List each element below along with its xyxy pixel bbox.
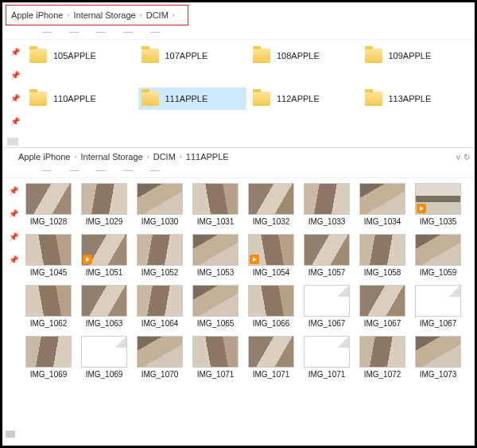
folder-item[interactable]: 112APPLE [250,88,359,110]
toolbar-item[interactable] [42,32,52,33]
file-item[interactable]: IMG_1029 [79,183,130,226]
toolbar-item[interactable] [123,32,133,33]
file-item[interactable]: IMG_1067 [413,285,463,328]
folder-item[interactable]: 108APPLE [250,45,359,67]
file-item[interactable]: IMG_1030 [134,183,185,226]
folder-item[interactable]: 111APPLE [138,88,247,110]
file-item[interactable]: IMG_1073 [413,336,463,379]
file-label: IMG_1067 [364,319,401,328]
toolbar-item[interactable] [42,170,52,171]
breadcrumb-segment[interactable]: Apple iPhone [18,152,70,162]
image-thumbnail [248,336,294,368]
file-item[interactable]: IMG_1035 [413,183,463,226]
folder-grid: 105APPLE107APPLE108APPLE109APPLE110APPLE… [23,40,475,126]
toolbar-item[interactable] [69,170,79,171]
breadcrumb-segment[interactable]: DCIM [153,152,176,162]
chevron-right-icon: › [177,153,184,161]
breadcrumb-segment[interactable]: 111APPLE [186,152,229,162]
breadcrumb-segment[interactable]: Internal Storage [80,152,142,162]
file-item[interactable]: IMG_1069 [79,336,130,379]
file-label: IMG_1072 [364,370,401,379]
folder-item[interactable]: 107APPLE [138,45,247,67]
toolbar-item[interactable] [123,170,133,171]
file-item[interactable]: IMG_1067 [357,285,408,328]
image-thumbnail [25,336,72,368]
file-item[interactable]: IMG_1070 [134,336,185,379]
toolbar [2,25,475,40]
chevron-right-icon: › [145,153,152,161]
file-item[interactable]: IMG_1071 [246,336,297,379]
image-thumbnail [415,234,461,266]
dropdown-icon[interactable]: v [456,153,460,162]
file-item[interactable]: IMG_1028 [23,183,74,226]
image-thumbnail [304,234,350,266]
file-item[interactable]: IMG_1071 [301,336,352,379]
folder-icon [142,92,159,106]
toolbar-item[interactable] [96,170,106,171]
breadcrumb-segment[interactable]: Apple iPhone [11,10,63,20]
breadcrumb-segment[interactable]: DCIM [146,10,169,20]
pin-icon: 📌 [9,255,18,264]
file-item[interactable]: IMG_1062 [23,285,74,328]
file-item[interactable]: IMG_1057 [301,234,352,277]
file-label: IMG_1062 [30,319,68,328]
file-item[interactable]: IMG_1032 [246,183,297,226]
scroll-handle[interactable] [6,430,15,438]
folder-item[interactable]: 105APPLE [26,45,135,67]
file-label: IMG_1066 [253,319,290,328]
file-item[interactable]: IMG_1063 [79,285,130,328]
breadcrumb-segment[interactable]: Internal Storage [73,10,135,20]
file-item[interactable]: IMG_1066 [246,285,297,328]
file-item[interactable]: IMG_1058 [357,234,408,277]
file-item[interactable]: IMG_1065 [190,285,241,328]
file-item[interactable]: IMG_1051 [79,234,130,277]
file-item[interactable]: IMG_1045 [23,234,74,277]
folder-icon [142,49,159,63]
file-item[interactable]: IMG_1031 [190,183,241,226]
image-thumbnail [359,234,405,266]
image-thumbnail [81,183,127,215]
file-item[interactable]: IMG_1072 [357,336,408,379]
image-thumbnail [304,183,350,215]
toolbar-item[interactable] [69,32,79,33]
file-item[interactable]: IMG_1052 [134,234,185,277]
pin-icon: 📌 [9,186,18,195]
file-label: IMG_1053 [197,268,235,277]
scroll-handle[interactable] [7,138,18,146]
image-thumbnail [25,234,72,266]
folder-item[interactable]: 109APPLE [362,45,471,67]
toolbar-item[interactable] [150,170,160,171]
chevron-right-icon: › [64,11,72,19]
file-item[interactable]: IMG_1069 [23,336,74,379]
folder-icon [29,49,47,63]
file-label: IMG_1034 [364,217,401,226]
image-thumbnail [81,285,127,317]
file-item[interactable]: IMG_1071 [190,336,241,379]
file-label: IMG_1054 [253,268,290,277]
folder-item[interactable]: 110APPLE [26,88,135,110]
breadcrumb[interactable]: Apple iPhone › Internal Storage › DCIM ›… [2,148,475,164]
file-item[interactable]: IMG_1034 [357,183,408,226]
refresh-icon[interactable]: ↻ [463,153,470,162]
file-label: IMG_1070 [142,370,179,379]
folder-item[interactable]: 113APPLE [362,88,471,110]
file-item[interactable]: IMG_1053 [190,234,241,277]
file-item[interactable]: IMG_1059 [413,234,463,277]
quick-access-pins: 📌 📌 📌 📌 [7,40,23,126]
file-item[interactable]: IMG_1067 [301,285,352,328]
toolbar [2,164,475,178]
image-thumbnail [415,336,461,368]
image-thumbnail [25,183,72,215]
breadcrumb[interactable]: Apple iPhone › Internal Storage › DCIM › [6,5,188,25]
folder-label: 108APPLE [277,51,320,60]
play-icon [83,255,92,264]
file-label: IMG_1028 [30,217,68,226]
file-label: IMG_1071 [253,370,290,379]
file-item[interactable]: IMG_1054 [246,234,297,277]
file-label: IMG_1073 [420,370,457,379]
toolbar-item[interactable] [150,32,160,33]
file-item[interactable]: IMG_1064 [134,285,185,328]
file-label: IMG_1035 [420,217,457,226]
toolbar-item[interactable] [96,32,106,33]
file-item[interactable]: IMG_1033 [301,183,352,226]
